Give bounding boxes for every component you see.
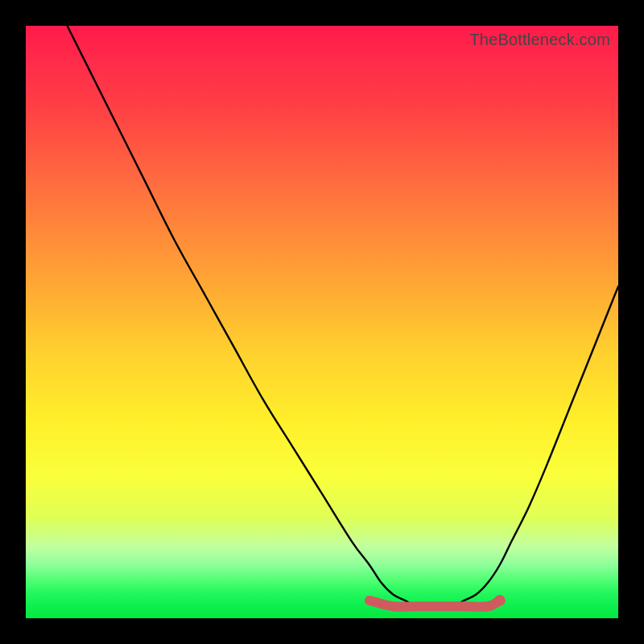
bottleneck-curve-line [68, 26, 618, 607]
highlight-band-line [369, 601, 500, 607]
chart-svg [26, 26, 618, 618]
plot-area: TheBottleneck.com [26, 26, 618, 618]
highlight-end-dot [494, 595, 506, 606]
chart-frame: TheBottleneck.com [0, 0, 644, 644]
